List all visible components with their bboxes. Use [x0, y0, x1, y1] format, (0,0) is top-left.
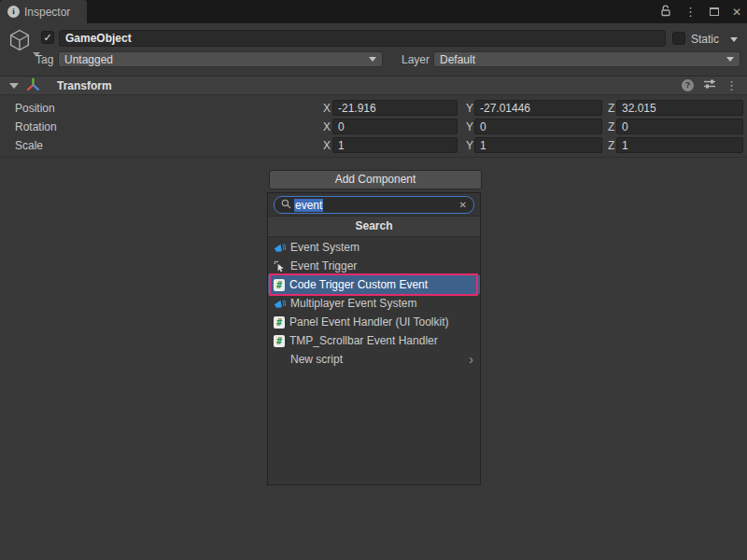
axis-z-label[interactable]: Z [608, 139, 614, 152]
static-dropdown-icon[interactable] [730, 37, 738, 42]
axis-x-label[interactable]: X [323, 120, 331, 133]
list-item-event-system[interactable]: Event System [268, 238, 480, 257]
row-label-rotation: Rotation [15, 120, 57, 133]
list-item-multiplayer-event-system[interactable]: Multiplayer Event System [268, 294, 480, 313]
list-item-code-trigger-custom-event[interactable]: # Code Trigger Custom Event [268, 275, 480, 294]
list-item-event-trigger[interactable]: Event Trigger [268, 257, 480, 275]
component-divider [0, 157, 747, 158]
layer-dropdown[interactable]: Default [433, 51, 740, 67]
gameobject-name-field[interactable] [59, 30, 666, 47]
maximize-icon[interactable] [710, 7, 719, 16]
rotation-z-field[interactable] [616, 119, 743, 134]
list-item-label: Event System [290, 241, 359, 254]
info-icon: i [7, 6, 20, 18]
list-item-tmp-scrollbar-event-handler[interactable]: # TMP_Scrollbar Event Handler [268, 331, 480, 350]
list-item-new-script[interactable]: New script › [268, 350, 480, 369]
presets-icon[interactable] [703, 77, 716, 93]
scale-x-field[interactable] [332, 137, 458, 153]
active-checkbox[interactable]: ✓ [41, 31, 54, 44]
search-icon [281, 199, 291, 212]
static-checkbox[interactable] [672, 32, 685, 45]
help-icon[interactable]: ? [682, 79, 694, 91]
window-controls: ⋮ ✕ [660, 0, 741, 23]
axis-y-label[interactable]: Y [466, 139, 473, 152]
row-label-scale: Scale [15, 139, 43, 152]
axis-z-label[interactable]: Z [608, 120, 614, 133]
script-icon: # [274, 335, 285, 347]
transform-axes-icon [26, 77, 40, 94]
tab-inspector[interactable]: i Inspector [0, 0, 87, 23]
rotation-x-field[interactable] [332, 119, 458, 134]
component-search-input[interactable]: event ✕ [274, 196, 474, 214]
chevron-down-icon [726, 57, 734, 62]
axis-y-label[interactable]: Y [466, 102, 473, 115]
transform-component-header[interactable]: Transform ? ⋮ [0, 76, 747, 95]
search-text-selected: event [294, 199, 323, 212]
search-results-header: Search [268, 216, 480, 237]
component-list: Event System Event Trigger # Code Tr [268, 238, 480, 369]
event-system-icon [274, 242, 286, 254]
tag-value: Untagged [64, 53, 113, 66]
layer-value: Default [440, 53, 475, 66]
axis-x-label[interactable]: X [323, 139, 331, 152]
rotation-y-field[interactable] [474, 119, 602, 134]
layer-label: Layer [402, 53, 430, 66]
row-label-position: Position [15, 102, 55, 115]
script-icon: # [274, 316, 285, 329]
list-item-label: TMP_Scrollbar Event Handler [289, 334, 438, 347]
lock-icon[interactable] [660, 5, 671, 20]
axis-y-label[interactable]: Y [466, 120, 473, 133]
list-item-panel-event-handler[interactable]: # Panel Event Handler (UI Toolkit) [268, 313, 480, 331]
tag-label: Tag [35, 53, 53, 66]
position-y-field[interactable] [474, 100, 602, 116]
position-x-field[interactable] [332, 100, 458, 116]
chevron-right-icon: › [469, 353, 473, 366]
scale-y-field[interactable] [474, 137, 602, 153]
tag-dropdown[interactable]: Untagged [58, 51, 383, 67]
list-item-label: New script [290, 353, 343, 366]
axis-x-label[interactable]: X [323, 102, 331, 115]
event-system-icon [274, 298, 286, 310]
kebab-menu-icon[interactable]: ⋮ [726, 79, 738, 91]
tab-label: Inspector [24, 6, 70, 19]
gameobject-cube-icon[interactable] [7, 27, 38, 59]
component-title: Transform [57, 79, 112, 92]
position-z-field[interactable] [616, 100, 743, 116]
add-component-popup: event ✕ Search Event System [267, 192, 481, 485]
scale-z-field[interactable] [616, 137, 743, 153]
list-item-label: Panel Event Handler (UI Toolkit) [289, 315, 449, 329]
axis-z-label[interactable]: Z [608, 102, 614, 115]
foldout-arrow-icon[interactable] [9, 83, 19, 89]
check-icon: ✓ [43, 32, 51, 43]
close-icon[interactable]: ✕ [732, 7, 741, 18]
list-item-label: Code Trigger Custom Event [289, 278, 428, 291]
title-bar: i Inspector ⋮ ✕ [0, 0, 747, 23]
add-component-button[interactable]: Add Component [269, 170, 482, 189]
chevron-down-icon [369, 57, 376, 62]
event-trigger-icon [274, 260, 286, 273]
clear-search-icon[interactable]: ✕ [459, 200, 467, 210]
list-item-label: Event Trigger [290, 259, 357, 273]
script-icon: # [274, 279, 285, 291]
static-label: Static [691, 33, 719, 46]
list-item-label: Multiplayer Event System [290, 297, 416, 310]
kebab-menu-icon[interactable]: ⋮ [684, 6, 697, 18]
